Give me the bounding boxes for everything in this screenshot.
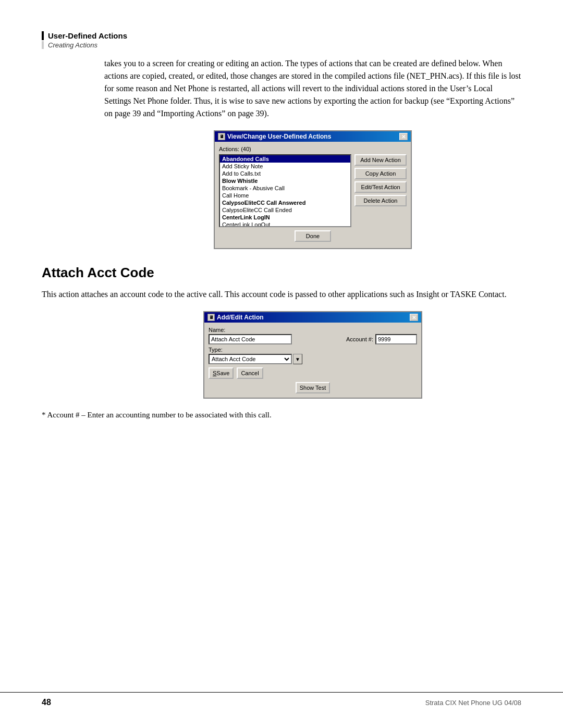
actions-dialog: 🖥 View/Change User-Defined Actions ✕ Act… [214,130,412,249]
intro-text: takes you to a screen for creating or ed… [104,57,521,120]
page-number: 48 [42,698,51,707]
add-edit-dialog-title: Add/Edit Action [217,314,264,321]
list-item[interactable]: Add Sticky Note [220,163,350,170]
type-section: Type: Attach Acct Code ▼ [209,347,417,364]
account-label: Account #: [346,336,373,342]
list-container: Abandoned Calls Add Sticky Note Add to C… [219,154,407,227]
name-account-row: Name: Account #: [209,327,417,344]
page-footer: 48 Strata CIX Net Phone UG 04/08 [0,692,563,707]
add-edit-dialog-titlebar: 🖥 Add/Edit Action ✕ [204,312,421,323]
page-container: User-Defined Actions Creating Actions ta… [0,0,563,728]
show-test-row: Show Test [209,381,417,393]
name-input[interactable] [209,334,292,344]
account-input[interactable] [375,334,417,344]
actions-dialog-container: 🖥 View/Change User-Defined Actions ✕ Act… [104,130,521,249]
done-button[interactable]: Done [295,230,331,242]
actions-dialog-title: View/Change User-Defined Actions [227,133,331,140]
note-text: * Account # – Enter an accounting number… [42,409,521,421]
name-section: Name: [209,327,292,344]
actions-dialog-close[interactable]: ✕ [399,133,408,140]
attach-section: Attach Acct Code This action attaches an… [42,265,521,301]
edit-test-action-button[interactable]: Edit/Test Action [354,181,407,193]
actions-dialog-titlebar: 🖥 View/Change User-Defined Actions ✕ [215,131,411,142]
add-edit-dialog-close[interactable]: ✕ [410,314,418,321]
type-dropdown-arrow[interactable]: ▼ [293,354,302,364]
type-label: Type: [209,347,417,353]
account-section: Account #: [346,334,417,344]
section-subtitle: Creating Actions [42,41,521,49]
attach-body-text: This action attaches an account code to … [42,288,521,301]
list-item[interactable]: CenterLink LogIN [220,214,350,221]
add-edit-dialog: 🖥 Add/Edit Action ✕ Name: Account #: [203,311,422,399]
actions-dialog-footer: Done [219,227,407,244]
delete-action-button[interactable]: Delete Action [354,195,407,206]
save-cancel-row: SSave Cancel [209,367,417,379]
name-label: Name: [209,327,292,333]
list-item[interactable]: CenterLink LogOut [220,221,350,227]
section-header: User-Defined Actions Creating Actions [42,31,521,49]
section-title: User-Defined Actions [42,31,521,40]
actions-list[interactable]: Abandoned Calls Add Sticky Note Add to C… [219,154,351,227]
action-buttons: Add New Action Copy Action Edit/Test Act… [354,154,407,227]
save-button[interactable]: SSave [209,367,234,379]
cancel-button[interactable]: Cancel [237,367,263,379]
titlebar-left: 🖥 View/Change User-Defined Actions [218,133,331,140]
list-item[interactable]: Abandoned Calls [220,155,350,163]
list-item[interactable]: Blow Whistle [220,177,350,184]
attach-heading: Attach Acct Code [42,265,521,281]
type-select[interactable]: Attach Acct Code [209,354,292,364]
add-edit-dialog-icon: 🖥 [207,314,215,321]
add-edit-titlebar-left: 🖥 Add/Edit Action [207,314,264,321]
dialog-icon: 🖥 [218,133,225,140]
list-item[interactable]: CalypsoEliteCC Call Ended [220,206,350,214]
footer-doc-info: Strata CIX Net Phone UG 04/08 [425,699,521,707]
list-item[interactable]: CalypsoEliteCC Call Answered [220,199,350,206]
show-test-button[interactable]: Show Test [296,382,331,393]
list-item[interactable]: Add to Calls.txt [220,170,350,177]
list-item[interactable]: Call Home [220,192,350,199]
actions-dialog-body: Actions: (40) Abandoned Calls Add Sticky… [215,142,411,248]
add-edit-dialog-container: 🖥 Add/Edit Action ✕ Name: Account #: [104,311,521,399]
actions-count: Actions: (40) [219,146,407,152]
add-new-action-button[interactable]: Add New Action [354,154,407,166]
add-edit-dialog-body: Name: Account #: Type: Attach Acct Code [204,323,421,398]
copy-action-button[interactable]: Copy Action [354,168,407,179]
list-item[interactable]: Bookmark - Abusive Call [220,184,350,192]
